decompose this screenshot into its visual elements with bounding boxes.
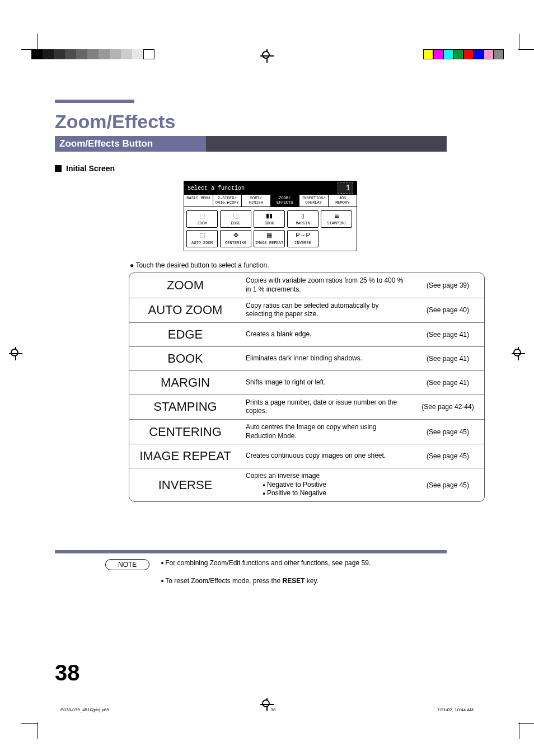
function-reference: (See page 45) [411,420,484,444]
lcd-tab-row: BASIC MENU2-SIDED/ ORIG.▶COPYSORT/ FINIS… [184,195,357,207]
image-repeat-icon: ▦ [266,232,272,239]
initial-screen-label: Initial Screen [66,164,115,173]
function-description: Copy ratios can be selected automaticall… [241,298,411,322]
lcd-tab[interactable]: SORT/ FINISH [242,195,271,206]
function-reference: (See page 45) [411,468,484,501]
note-badge: NOTE [105,559,149,570]
function-row: AUTO ZOOMCopy ratios can be selected aut… [129,298,484,323]
color-strip [423,49,504,59]
note-line: To reset Zoom/Effects mode, press the RE… [161,577,371,585]
footer-page: 38 [270,707,275,712]
function-reference: (See page 41) [411,323,484,346]
function-row: EDGECreates a blank edge.(See page 41) [129,323,484,347]
function-description: Eliminates dark inner binding shadows. [241,347,411,370]
function-description: Copies with variable zoom ratios from 25… [241,273,411,297]
crop-mark-tr [507,39,530,62]
function-name: EDGE [129,323,241,346]
function-reference: (See page 45) [411,444,484,468]
function-row: IMAGE REPEATCreates continuous copy imag… [129,444,484,468]
registration-mark-top [260,49,274,63]
lcd-button-book[interactable]: ▮▮BOOK [254,210,285,228]
lcd-tab[interactable]: JOB MEMORY [329,195,357,206]
edge-icon: ⬚ [233,212,238,219]
lcd-button-inverse[interactable]: P→PINVERSE [287,230,318,247]
section-header-fill [206,136,447,152]
function-description: Auto centres the Image on copy when usin… [241,420,411,444]
function-reference: (See page 41) [411,371,484,395]
function-row: ZOOMCopies with variable zoom ratios fro… [129,273,484,298]
lcd-button-margin[interactable]: ▯MARGIN [287,210,318,228]
page-title: Zoom/Effects [55,111,486,133]
crop-mark-bl [27,711,49,734]
function-reference: (See page 39) [411,273,484,297]
function-reference: (See page 42-44) [411,395,484,419]
initial-screen-heading: Initial Screen [55,164,486,173]
lcd-tab[interactable]: 2-SIDED/ ORIG.▶COPY [213,195,242,206]
lcd-button-image-repeat[interactable]: ▦IMAGE REPEAT [254,230,285,247]
book-icon: ▮▮ [266,212,273,219]
lcd-prompt: Select a function [188,185,245,191]
lcd-button-centering[interactable]: ✥CENTERING [220,230,251,247]
function-table: ZOOMCopies with variable zoom ratios fro… [129,273,485,502]
lcd-tab[interactable]: ZOOM/ EFFECTS [271,195,300,206]
note-line: For combining Zoom/Edit functions and ot… [161,559,371,567]
registration-mark-left [9,347,22,360]
inverse-icon: P→P [296,232,310,238]
margin-icon: ▯ [301,212,305,219]
function-row: STAMPINGPrints a page number, date or is… [129,395,484,420]
function-row: BOOKEliminates dark inner binding shadow… [129,347,484,371]
lcd-button-stamping[interactable]: ≣STAMPING [321,210,352,228]
function-row: MARGINShifts image to right or left.(See… [129,371,484,395]
function-reference: (See page 40) [411,298,484,322]
page-content: Zoom/Effects Zoom/Effects Button Initial… [55,106,486,595]
footer-file: P038-039_4510(pb).p65 [60,707,109,712]
square-bullet-icon [55,165,62,172]
function-name: ZOOM [129,273,241,297]
function-description: Prints a page number, date or issue numb… [241,395,411,419]
function-description: Shifts image to right or left. [241,371,411,395]
registration-mark-right [512,347,525,360]
note-section: NOTE For combining Zoom/Edit functions a… [55,559,486,595]
crop-mark-br [507,711,530,734]
function-description: Creates continuous copy images on one sh… [241,444,411,468]
function-name: IMAGE REPEAT [129,444,241,468]
crop-mark-tl [27,39,49,62]
function-name: BOOK [129,347,241,370]
lcd-copy-count: 1 [338,182,353,194]
function-name: INVERSE [129,468,241,501]
function-name: STAMPING [129,395,241,419]
function-name: CENTERING [129,420,241,444]
lcd-button-edge[interactable]: ⬚EDGE [220,210,251,228]
lcd-tab[interactable]: INSERTION/ OVERLAY [299,195,329,206]
touch-instruction: ● Touch the desired button to select a f… [130,261,486,269]
function-description: Copies an inverse imageNegative to Posit… [241,468,411,501]
grayscale-strip [31,49,154,59]
section-header: Zoom/Effects Button [55,136,447,152]
footer-meta: P038-039_4510(pb).p65 38 7/31/02, 10:44 … [60,707,474,712]
stamping-icon: ≣ [334,212,339,219]
auto-zoom-icon: ⬚ [199,232,205,239]
lcd-button-grid: ⬚ZOOM⬚EDGE▮▮BOOK▯MARGIN≣STAMPING⬚AUTO ZO… [184,207,357,251]
lcd-button-auto-zoom[interactable]: ⬚AUTO ZOOM [186,230,218,247]
function-reference: (See page 41) [411,347,484,370]
function-row: INVERSECopies an inverse imageNegative t… [129,468,484,501]
page-number: 38 [55,660,80,685]
function-description: Creates a blank edge. [241,323,411,346]
footer-date: 7/31/02, 10:44 AM [437,707,474,712]
lcd-tab[interactable]: BASIC MENU [184,195,213,206]
lcd-header: Select a function 1 [184,181,357,195]
centering-icon: ✥ [233,232,238,239]
accent-bar [55,100,134,103]
note-lines: For combining Zoom/Edit functions and ot… [161,559,371,595]
function-row: CENTERINGAuto centres the Image on copy … [129,420,484,444]
section-header-label: Zoom/Effects Button [55,136,206,152]
zoom-icon: ⬚ [199,212,205,219]
function-name: AUTO ZOOM [129,298,241,322]
lcd-screenshot: Select a function 1 BASIC MENU2-SIDED/ O… [184,181,357,251]
lcd-button-zoom[interactable]: ⬚ZOOM [186,210,218,228]
function-name: MARGIN [129,371,241,395]
accent-bar-mid [55,550,447,553]
